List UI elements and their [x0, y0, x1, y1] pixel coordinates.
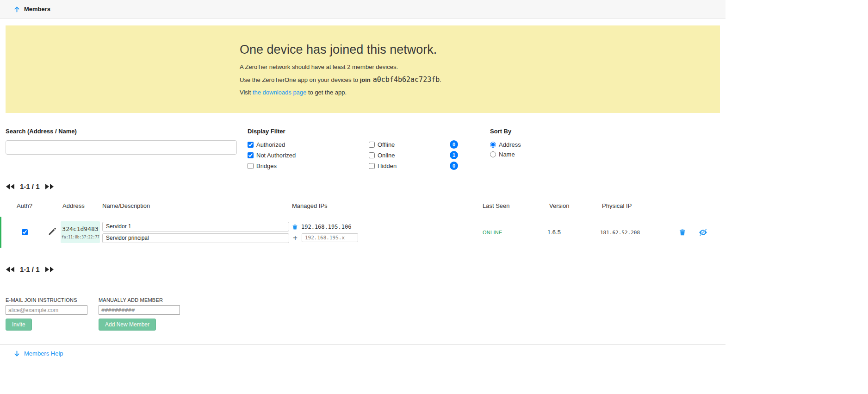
pager-next-icon[interactable] — [45, 183, 54, 190]
filter-checkbox-authorized[interactable] — [248, 142, 254, 148]
last-seen-status: ONLINE — [483, 230, 502, 235]
hide-member-icon[interactable] — [698, 228, 708, 237]
sort-label-address: Address — [499, 141, 521, 148]
email-join-label: E-MAIL JOIN INSTRUCTIONS — [6, 297, 87, 303]
collapse-up-icon[interactable] — [14, 6, 20, 13]
member-address: 324c1d9483 — [62, 225, 99, 232]
pager-top: 1-1 / 1 — [6, 182, 725, 190]
pager-range: 1-1 / 1 — [20, 182, 40, 190]
delete-ip-icon[interactable] — [292, 224, 298, 230]
members-header-bar: Members — [0, 0, 725, 19]
col-header-last-seen: Last Seen — [483, 202, 547, 209]
manual-add-form: MANUALLY ADD MEMBER Add New Member — [99, 297, 180, 331]
sort-row-address: Address — [490, 141, 521, 148]
col-header-managed-ips: Managed IPs — [290, 202, 483, 209]
online-count-badge: 1 — [450, 151, 458, 159]
filter-checkbox-online[interactable] — [369, 152, 375, 158]
display-filter-label: Display Filter — [248, 128, 458, 135]
filter-label-authorized: Authorized — [256, 141, 285, 148]
add-ip-icon[interactable]: + — [292, 235, 298, 241]
col-header-name: Name/Description — [100, 202, 290, 209]
help-footer: Members Help — [0, 344, 725, 363]
sort-label-name: Name — [499, 151, 515, 158]
filters-section: Search (Address / Name) Display Filter A… — [6, 128, 720, 169]
sort-by-section: Sort By Address Name — [490, 128, 521, 158]
offline-count-badge: 0 — [450, 140, 458, 149]
filter-checkbox-hidden[interactable] — [369, 163, 375, 169]
join-keyword: join — [360, 76, 371, 83]
member-id-input[interactable] — [99, 305, 180, 315]
banner-line2: Use the ZeroTierOne app on your devices … — [240, 75, 711, 84]
edit-member-icon[interactable] — [48, 227, 56, 236]
downloads-page-link[interactable]: the downloads page — [253, 89, 306, 96]
pager-prev-icon[interactable] — [6, 183, 15, 190]
manual-add-label: MANUALLY ADD MEMBER — [99, 297, 180, 303]
email-input[interactable] — [6, 305, 87, 315]
display-filter-section: Display Filter Authorized Not Authorized… — [248, 128, 458, 169]
pager-next-icon[interactable] — [45, 266, 54, 273]
filter-row-online: Online 1 — [369, 151, 458, 159]
member-version: 1.6.5 — [547, 229, 561, 236]
auth-checkbox[interactable] — [22, 229, 28, 235]
sort-by-label: Sort By — [490, 128, 521, 135]
sort-radio-name[interactable] — [490, 151, 496, 157]
col-header-auth: Auth? — [1, 202, 48, 209]
member-name-input[interactable] — [102, 222, 289, 231]
search-input[interactable] — [6, 140, 237, 155]
filter-label-hidden: Hidden — [378, 163, 397, 169]
member-mac: fa:11:8b:37:22:77 — [62, 235, 99, 239]
col-header-address: Address — [61, 202, 100, 209]
members-help-link[interactable]: Members Help — [14, 350, 63, 357]
section-title: Members — [24, 6, 50, 13]
filter-row-hidden: Hidden 0 — [369, 162, 458, 169]
pager-range: 1-1 / 1 — [20, 265, 40, 273]
add-ip-row: + — [292, 233, 483, 243]
filter-label-not-authorized: Not Authorized — [256, 152, 296, 159]
banner-line1: A ZeroTier network should have at least … — [240, 63, 711, 70]
filter-label-bridges: Bridges — [256, 163, 277, 169]
banner-line3: Visit the downloads page to get the app. — [240, 89, 711, 96]
network-id: a0cbf4b62ac723fb — [373, 75, 440, 84]
help-down-icon — [14, 350, 20, 357]
ip-input[interactable] — [302, 233, 358, 242]
sort-radio-address[interactable] — [490, 142, 496, 148]
email-join-form: E-MAIL JOIN INSTRUCTIONS Invite — [6, 297, 87, 331]
delete-member-icon[interactable] — [679, 228, 686, 236]
sort-row-name: Name — [490, 150, 521, 158]
filter-label-offline: Offline — [378, 141, 395, 148]
search-section: Search (Address / Name) — [6, 128, 237, 155]
col-header-physical-ip: Physical IP — [600, 202, 674, 209]
physical-ip: 181.62.52.208 — [600, 230, 640, 236]
filter-label-online: Online — [378, 152, 395, 159]
invite-button[interactable]: Invite — [6, 319, 32, 331]
filter-row-offline: Offline 0 — [369, 141, 458, 148]
filter-row-authorized: Authorized — [248, 141, 369, 148]
filter-checkbox-offline[interactable] — [369, 142, 375, 148]
filter-checkbox-bridges[interactable] — [248, 163, 254, 169]
filter-row-not-authorized: Not Authorized — [248, 151, 369, 159]
hidden-count-badge: 0 — [450, 162, 458, 170]
member-description-input[interactable] — [102, 233, 289, 243]
member-row: 324c1d9483 fa:11:8b:37:22:77 192.168.195… — [0, 217, 725, 248]
filter-row-bridges: Bridges — [248, 162, 369, 169]
add-new-member-button[interactable]: Add New Member — [99, 319, 156, 331]
filter-checkbox-not-authorized[interactable] — [248, 152, 254, 158]
pager-bottom: 1-1 / 1 — [6, 265, 725, 273]
managed-ip: 192.168.195.106 — [301, 224, 351, 230]
search-label: Search (Address / Name) — [6, 128, 237, 135]
address-cell: 324c1d9483 fa:11:8b:37:22:77 — [61, 221, 100, 243]
managed-ip-row: 192.168.195.106 — [292, 222, 483, 231]
add-member-forms: E-MAIL JOIN INSTRUCTIONS Invite MANUALLY… — [6, 297, 720, 331]
members-table-header: Auth? Address Name/Description Managed I… — [0, 202, 725, 209]
banner-title: One device has joined this network. — [240, 43, 711, 57]
members-help-label: Members Help — [24, 350, 63, 357]
join-banner: One device has joined this network. A Ze… — [6, 25, 720, 113]
members-page: Members One device has joined this netwo… — [0, 0, 725, 363]
col-header-version: Version — [547, 202, 600, 209]
pager-prev-icon[interactable] — [6, 266, 15, 273]
